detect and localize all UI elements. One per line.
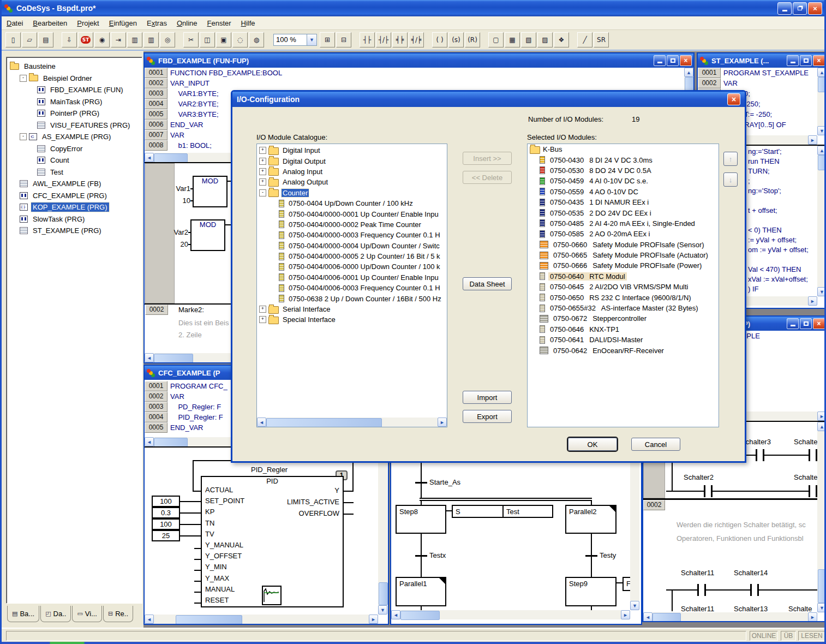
selected-module-row[interactable]: 0750-0655#32 AS-interface Master (32 Byt… (528, 303, 719, 313)
contact-label[interactable]: Schalter11 (681, 569, 714, 577)
selected-module-row[interactable]: 0750-0665 Safety Module PROFIsafe (Actua… (528, 250, 719, 260)
item-label[interactable]: Serial Interface (282, 305, 331, 313)
block-input-pin[interactable]: MANUAL (205, 584, 244, 595)
toolbar-button[interactable]: (R) (465, 32, 480, 47)
contact-label[interactable]: Schalter13 (734, 605, 768, 612)
tree-item[interactable]: SlowTask (PRG) (7, 213, 142, 225)
contact-label[interactable]: Schalter14 (734, 569, 768, 577)
scroll-right-icon[interactable]: ► (808, 612, 817, 622)
workspace-tab[interactable]: ▤ Ba... (7, 606, 39, 622)
toolbar-button[interactable]: ◫ (200, 32, 215, 47)
catalogue-tree-item[interactable]: + Serial Interface (257, 304, 447, 314)
toolbar-button[interactable]: ▥ (127, 32, 142, 47)
scroll-left-icon[interactable]: ◄ (145, 153, 154, 162)
expander-icon[interactable]: + (259, 316, 266, 323)
expander-icon[interactable]: - (20, 75, 27, 82)
tree-item-label[interactable]: VISU_FEATURES (PRG) (49, 121, 131, 130)
tree-item-label[interactable]: AWL_EXAMPLE (FB) (31, 179, 103, 188)
chevron-down-icon[interactable]: ▼ (307, 34, 317, 46)
contact[interactable] (809, 485, 817, 497)
selected-module-row[interactable]: 0750-0672 Steppercontroller (528, 313, 719, 324)
zoom-combo[interactable]: 100 % ▼ (273, 34, 317, 46)
tree-item[interactable]: Bausteine (7, 61, 142, 73)
close-icon[interactable]: × (680, 55, 692, 66)
data-sheet-button[interactable]: Data Sheet (463, 277, 512, 290)
toolbar-button[interactable]: ╡╞ (392, 32, 408, 47)
kbus-root-item[interactable]: K-Bus (528, 144, 719, 154)
item-label[interactable]: Analog Input (282, 168, 324, 176)
workspace-tab[interactable]: ▭ Vi... (72, 606, 102, 622)
maximize-button[interactable] (800, 55, 812, 66)
move-up-button[interactable]: ↑ (723, 152, 738, 166)
operand[interactable]: 20 (166, 240, 188, 248)
block-input-pin[interactable]: TV (205, 529, 244, 540)
toolbar-button[interactable]: ⇥ (111, 32, 126, 47)
tree-item-label[interactable]: Count (49, 156, 71, 165)
catalogue-tree-item[interactable]: 0750-0404/0006-0001 Up Counter/ Enable I… (257, 272, 447, 283)
menu-item[interactable]: Projekt (72, 17, 104, 29)
contact[interactable] (756, 449, 764, 461)
item-label[interactable]: 0750-0404/0000-0003 Frequency Counter 0.… (288, 231, 441, 239)
toolbar-button[interactable]: ╱ (577, 32, 592, 47)
minimize-button[interactable] (787, 55, 799, 66)
selected-module-row[interactable]: 0750-0645 2 AI/2DO VIB VRMS/SPM Multi (528, 282, 719, 292)
constant-value-box[interactable]: 100 (152, 518, 180, 530)
code-line[interactable]: 0001PROGRAM ST_EXAMPLE (698, 68, 817, 78)
catalogue-tree-item[interactable]: + Digital Input (257, 145, 447, 156)
selected-module-row[interactable]: 0750-0485 2 AI 4-20 mA EEx i, Single-End… (528, 218, 719, 229)
toolbar-button[interactable]: ⊟ (336, 32, 351, 47)
toolbar-button[interactable]: ◍ (249, 32, 264, 47)
menu-item[interactable]: Bearbeiten (28, 17, 72, 29)
st-impl-vscrollbar[interactable]: ▲▼ (817, 146, 826, 296)
selected-module-row[interactable]: 0750-0650 RS 232 C Interface (9600/8/1/N… (528, 292, 719, 302)
contact-label[interactable]: Schalte (794, 438, 817, 446)
item-label[interactable]: 0750-0404/0006-0001 Up Counter/ Enable I… (288, 273, 440, 282)
selected-module-row[interactable]: 0750-0430 8 DI 24 V DC 3.0ms (528, 154, 719, 165)
trend-icon[interactable] (262, 586, 282, 605)
tree-item-label[interactable]: Test (49, 168, 65, 177)
contact-label[interactable]: Schalter11 (681, 605, 714, 612)
block-output-pin[interactable]: Y (287, 485, 339, 496)
tree-item-label[interactable]: ST_EXAMPLE (PRG) (31, 226, 103, 235)
cancel-button[interactable]: Cancel (631, 438, 680, 451)
close-icon[interactable]: × (813, 318, 825, 329)
tree-item-label[interactable]: MainTask (PRG) (49, 97, 104, 106)
selected-module-row[interactable]: 0750-0435 1 DI NAMUR EEx i (528, 197, 719, 207)
expander-icon[interactable]: + (259, 178, 266, 186)
network-label[interactable]: Marke2: (178, 306, 204, 314)
item-label[interactable]: 0750-0404/0006-0000 Up/Down Counter / 10… (288, 263, 441, 271)
selected-module-row[interactable]: 0750-0642 EnOcean/RF-Receiver (528, 345, 719, 355)
contact-label[interactable]: Schalte (788, 605, 812, 612)
scroll-left-icon[interactable]: ◄ (145, 615, 154, 624)
item-label[interactable]: Digital Output (282, 157, 327, 165)
tree-item[interactable]: PointerP (PRG) (7, 108, 142, 120)
scroll-up-icon[interactable]: ▲ (817, 146, 826, 155)
toolbar-button[interactable]: ▥ (143, 32, 159, 47)
tree-item-label[interactable]: Bausteine (22, 62, 57, 71)
tree-item-label[interactable]: FBD_EXAMPLE (FUN) (49, 85, 125, 94)
selected-module-row[interactable]: 0750-0646 KNX-TP1 (528, 324, 719, 335)
tree-item-label[interactable]: CopyError (49, 144, 84, 153)
catalogue-tree-item[interactable]: 0750-0404 Up/Down Counter / 100 kHz (257, 198, 447, 208)
catalogue-tree-item[interactable]: 0750-0404/0000-0003 Frequency Counter 0.… (257, 230, 447, 240)
item-label[interactable]: 0750-0404/0000-0001 Up Counter/ Enable I… (288, 210, 440, 218)
selected-modules-listbox[interactable]: K-Bus 0750-0430 8 DI 24 V DC 3.0ms 0750-… (527, 144, 719, 427)
scroll-right-icon[interactable]: ► (621, 610, 630, 619)
catalogue-tree-item[interactable]: 0750-0404/0000-0004 Up/Down Counter / Sw… (257, 241, 447, 251)
insert-button[interactable]: Insert >> (463, 152, 512, 165)
import-button[interactable]: Import (463, 391, 512, 404)
start-button-sliver[interactable] (50, 642, 85, 644)
fbd-titlebar[interactable]: FBD_EXAMPLE (FUN-FUP) × (145, 53, 693, 68)
item-label[interactable]: 0750-0404 Up/Down Counter / 100 kHz (288, 199, 414, 207)
toolbar-button[interactable]: SR (594, 32, 609, 47)
block-input-pin[interactable]: Y_MAX (205, 573, 244, 584)
maximize-button[interactable] (667, 55, 679, 66)
sfc-hscrollbar[interactable]: ◄► (391, 610, 630, 619)
scroll-down-icon[interactable]: ▼ (378, 605, 387, 615)
scroll-left-icon[interactable]: ◄ (145, 353, 154, 362)
block-input-pin[interactable]: Y_MIN (205, 562, 244, 573)
toolbar-button[interactable]: ▧ (521, 32, 536, 47)
catalogue-tree-item[interactable]: - Counter (257, 188, 447, 198)
catalogue-tree-item[interactable]: 0750-0404/0000-0005 2 Up Counter/ 16 Bit… (257, 251, 447, 261)
selected-module-row[interactable]: 0750-0530 8 DO 24 V DC 0.5A (528, 165, 719, 176)
